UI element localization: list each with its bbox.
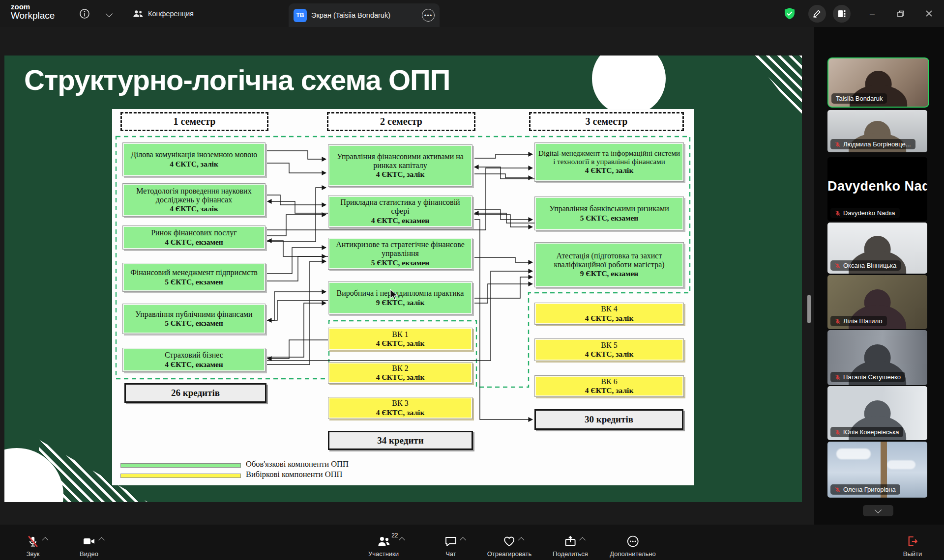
elective-box: ВК 1 4 ЄКТС, залік [328, 328, 472, 350]
meeting-content-area: Структурно-логічна схема ОПП [0, 27, 944, 525]
meeting-toolbar: Звук Видео 22 Участники [0, 525, 944, 560]
participant-tile[interactable]: Оксана Вінницька [827, 223, 927, 274]
decor-stripes-top-right [694, 56, 802, 139]
share-screen-button[interactable]: Поделиться [553, 533, 588, 558]
people-icon [133, 9, 144, 18]
semester-3-header: 3 семестр [529, 112, 684, 131]
audio-button[interactable]: Звук [27, 533, 40, 558]
participant-name: Олена Григорівна [843, 486, 896, 493]
scroll-down-button[interactable] [863, 505, 893, 516]
brand-zoom: zoom [11, 3, 55, 11]
cloud-shape [836, 448, 871, 459]
participant-name: Юлія Ковернінська [843, 428, 899, 436]
video-options-chevron[interactable] [98, 537, 105, 543]
course-credits: 5 ЄКТС, екзамен [371, 258, 430, 267]
course-name: Управління фінансовими активами на ринка… [331, 152, 469, 169]
react-button[interactable]: Отреагировать [487, 533, 532, 558]
course-credits: 4 ЄКТС, залік [585, 166, 634, 175]
scrollbar-thumb[interactable] [807, 295, 811, 323]
more-button[interactable]: Дополнительно [610, 533, 656, 558]
course-box: Управління фінансовими активами на ринка… [328, 144, 472, 187]
participant-tile[interactable]: Олена Григорівна [827, 442, 927, 498]
mic-muted-icon [835, 318, 841, 324]
heart-icon [503, 535, 516, 547]
course-credits: 4 ЄКТС, залік [376, 373, 425, 382]
participant-tile[interactable]: Davydenko Nad... Davydenko Nadiia [827, 157, 927, 221]
audio-options-chevron[interactable] [42, 537, 49, 543]
chat-options-chevron[interactable] [460, 537, 466, 543]
shared-screen-slide: Структурно-логічна схема ОПП [4, 56, 802, 502]
view-layout-icon[interactable] [833, 0, 851, 27]
mic-muted-icon [835, 263, 841, 269]
chevron-down-icon[interactable] [103, 0, 115, 27]
elective-box: ВК 3 4 ЄКТС, залік [328, 397, 472, 419]
chat-button[interactable]: Чат [444, 533, 457, 558]
participant-tile[interactable]: Наталія Євтушенко [827, 330, 927, 385]
mic-muted-icon [835, 141, 841, 147]
semester-1-header: 1 семестр [120, 112, 268, 131]
participant-tile[interactable]: Людмила Богріновце... [827, 110, 927, 152]
more-ellipsis-icon [626, 535, 639, 548]
video-button[interactable]: Видео [80, 533, 98, 558]
leave-label: Выйти [903, 550, 922, 558]
course-name: Ділова комунікація іноземною мовою [131, 150, 257, 159]
share-options-chevron[interactable] [579, 537, 586, 543]
participant-tile[interactable]: Taisiia Bondaruk [827, 57, 929, 108]
course-name: Атестація (підготовка та захист кваліфік… [538, 252, 680, 269]
course-credits: 4 ЄКТС, залік [376, 170, 425, 179]
participant-tile[interactable]: Юлія Ковернінська [827, 386, 927, 440]
participants-label: Участники [368, 550, 399, 558]
course-credits: 4 ЄКТС, екзамен [165, 360, 223, 369]
elective-box: ВК 2 4 ЄКТС, залік [328, 362, 472, 384]
course-credits: 9 ЄКТС, залік [376, 298, 425, 307]
share-screen-icon [564, 535, 577, 548]
semester-2-total: 34 кредити [328, 431, 473, 450]
chat-bubble-icon [444, 535, 457, 547]
participants-options-chevron[interactable] [399, 537, 405, 543]
participant-name: Наталія Євтушенко [843, 373, 901, 381]
tab-more-icon[interactable]: ••• [422, 9, 435, 22]
react-options-chevron[interactable] [518, 537, 525, 543]
course-credits: 4 ЄКТС, залік [170, 160, 218, 168]
course-box: Методологія проведення наукових дослідже… [122, 183, 266, 217]
avatar: TB [294, 9, 307, 22]
info-icon[interactable] [78, 0, 91, 27]
course-name: ВК 5 [601, 341, 617, 350]
decor-circle-top [592, 56, 666, 115]
course-box: Ринок фінансових послуг 4 ЄКТС, екзамен [122, 225, 266, 250]
slide-title: Структурно-логічна схема ОПП [24, 63, 450, 96]
legend-mandatory-label: Обов'язкові компоненти ОПП [246, 459, 349, 469]
leave-button[interactable]: Выйти [903, 533, 922, 558]
annotate-pencil-icon[interactable] [808, 0, 826, 27]
participant-tile[interactable]: Лілія Шатило [827, 275, 927, 329]
spotlight-name: Davydenko Nad... [827, 179, 927, 194]
participants-panel: Taisiia Bondaruk Людмила Богріновце... D… [814, 27, 944, 525]
brand-workplace: Workplace [11, 11, 55, 21]
participant-name: Taisiia Bondaruk [836, 95, 883, 102]
restore-button[interactable] [893, 0, 909, 27]
react-label: Отреагировать [487, 550, 532, 558]
semester-2-header: 2 семестр [327, 112, 475, 131]
close-button[interactable] [920, 0, 937, 27]
course-credits: 4 ЄКТС, залік [170, 204, 218, 213]
semester-3-total: 30 кредитів [534, 409, 683, 430]
tab-screen-share[interactable]: TB Экран (Taisiia Bondaruk) ••• [289, 3, 440, 27]
course-name: ВК 4 [601, 305, 617, 313]
minimize-button[interactable]: – [864, 0, 880, 27]
course-box: Управління публічними фінансами 5 ЄКТС, … [122, 304, 266, 334]
share-label: Поделиться [553, 550, 588, 558]
mic-muted-icon [835, 374, 841, 380]
window-titlebar: zoom Workplace Конференция TB Экран (Tai… [0, 0, 944, 27]
course-credits: 4 ЄКТС, залік [376, 339, 425, 348]
course-box: Ділова комунікація іноземною мовою 4 ЄКТ… [122, 142, 266, 176]
tab-conference[interactable]: Конференция [133, 0, 194, 27]
mic-muted-icon [835, 487, 841, 493]
participant-name: Лілія Шатило [843, 317, 883, 325]
participants-button[interactable]: 22 Участники [368, 533, 399, 558]
course-credits: 4 ЄКТС, залік [585, 314, 634, 323]
security-shield-icon[interactable] [783, 0, 796, 27]
participant-name: Людмила Богріновце... [843, 140, 911, 148]
course-box: Антикризове та стратегічне фінансове упр… [328, 238, 472, 270]
course-credits: 5 ЄКТС, екзамен [580, 214, 639, 223]
mic-muted-icon [27, 535, 40, 548]
